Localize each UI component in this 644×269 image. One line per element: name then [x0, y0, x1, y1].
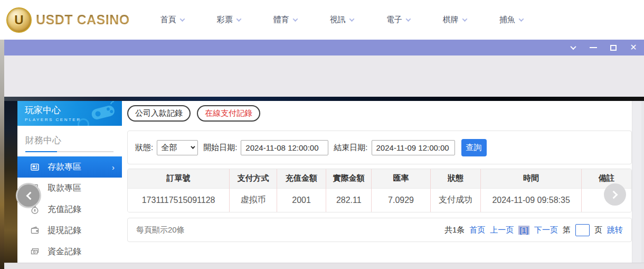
page: U USDT CASINO 首頁 彩票 體育 視訊 電子 [0, 0, 644, 269]
main-menu: 首頁 彩票 體育 視訊 電子 棋牌 [160, 15, 523, 25]
sidebar-item-label: 取款專區 [48, 183, 81, 194]
cell-order-no: 1731117515091128 [128, 188, 230, 212]
column-header-rate: 匯率 [372, 169, 431, 188]
nav-item-slots[interactable]: 電子 [386, 15, 410, 25]
chevron-down-icon [191, 144, 195, 149]
chevron-down-icon [462, 16, 467, 22]
nav-item-label: 棋牌 [443, 15, 459, 25]
nav-item-label: 首頁 [160, 15, 176, 25]
logo-icon: U [6, 7, 32, 33]
nav-item-label: 彩票 [217, 15, 233, 25]
status-select[interactable]: 全部 [157, 140, 198, 155]
link-prev-page[interactable]: 上一页 [490, 225, 514, 235]
nav-item-fishing[interactable]: 捕魚 [499, 15, 523, 25]
scrollbar-area[interactable] [632, 101, 644, 263]
footer-strip [4, 263, 644, 269]
sidebar-item-withdrawal-records[interactable]: 提現記錄 [17, 220, 122, 241]
nav-item-label: 視訊 [330, 15, 346, 25]
nav-item-label: 體育 [273, 15, 289, 25]
close-icon: ✕ [630, 43, 637, 52]
nav-item-label: 電子 [386, 15, 402, 25]
chevron-down-icon [518, 16, 524, 22]
nav-item-label: 捕魚 [499, 15, 515, 25]
sidebar-item-label: 存款專區 [48, 162, 81, 173]
background-photo-strip [4, 101, 17, 263]
minimize-button[interactable] [589, 43, 598, 52]
total-count: 共1条 [444, 225, 465, 235]
sidebar-item-deposit[interactable]: 存款專區 › [17, 156, 122, 178]
chevron-down-icon [405, 16, 411, 22]
logo[interactable]: U USDT CASINO [6, 7, 130, 33]
finance-section-title: 財務中心 [25, 134, 113, 146]
section-underline [25, 151, 113, 152]
jump-label-prefix: 第 [563, 225, 571, 235]
chevron-right-icon: › [112, 163, 115, 172]
status-label: 狀態: [135, 143, 153, 153]
pagination-bar: 每頁顯示20條 共1条 首页 上一页 [1] 下一页 第 页 跳转 [127, 218, 632, 242]
jump-page-input[interactable] [575, 224, 590, 236]
nav-item-chess[interactable]: 棋牌 [443, 15, 467, 25]
nav-item-live-video[interactable]: 視訊 [330, 15, 354, 25]
main-panel: 公司入款記錄 在線支付記錄 狀態: 全部 開始日期: 結束日期: 查詢 [122, 101, 632, 263]
sidebar-menu: 存款專區 › 取款專區 [17, 156, 122, 262]
pager-controls: 共1条 首页 上一页 [1] 下一页 第 页 跳转 [444, 224, 623, 236]
page-size-text: 每頁顯示20條 [136, 225, 185, 235]
tab-company-deposit-records[interactable]: 公司入款記錄 [127, 105, 191, 122]
end-date-input[interactable] [372, 140, 455, 155]
end-date-label: 結束日期: [334, 143, 367, 153]
chevron-down-icon [349, 16, 354, 22]
start-date-label: 開始日期: [203, 143, 237, 153]
sidebar-item-label: 提現記錄 [48, 225, 81, 236]
table-header-row: 訂單號 支付方式 充值金額 實際金額 匯率 狀態 時間 備註 [128, 169, 631, 188]
chevron-right-icon [609, 190, 618, 199]
column-header-pay-method: 支付方式 [230, 169, 277, 188]
chevron-down-icon [236, 16, 241, 22]
cell-time: 2024-11-09 09:58:35 [481, 188, 582, 212]
status-select-value: 全部 [161, 143, 177, 153]
link-first-page[interactable]: 首页 [469, 225, 485, 235]
embedded-window: ✕ 玩家中心 PLAYERS CENTER [4, 40, 644, 269]
bills-icon [30, 247, 40, 256]
column-header-deposit-amount: 充值金額 [277, 169, 326, 188]
cell-rate: 7.0929 [372, 188, 431, 212]
logo-letter: U [14, 13, 23, 27]
deposit-card-icon [30, 162, 40, 172]
record-tabs: 公司入款記錄 在線支付記錄 [127, 105, 632, 122]
cell-status: 支付成功 [430, 188, 480, 212]
players-center-banner: 玩家中心 PLAYERS CENTER [17, 101, 122, 126]
dark-banner-band [4, 97, 644, 101]
sidebar-item-label: 資金記錄 [48, 246, 81, 257]
nav-item-lottery[interactable]: 彩票 [217, 15, 241, 25]
column-header-actual-amount: 實際金額 [326, 169, 372, 188]
tab-online-payment-records[interactable]: 在線支付記錄 [197, 105, 260, 122]
cell-deposit-amount: 2001 [277, 188, 326, 212]
window-titlebar: ✕ [4, 40, 644, 55]
column-header-remark: 備註 [582, 169, 631, 188]
nav-item-sports[interactable]: 體育 [273, 15, 297, 25]
column-header-order-no: 訂單號 [128, 169, 230, 188]
link-jump[interactable]: 跳转 [607, 225, 623, 235]
minimize-icon [590, 47, 597, 48]
sidebar-item-label: 充值記錄 [48, 204, 81, 215]
nav-item-home[interactable]: 首頁 [160, 15, 184, 25]
column-header-time: 時間 [481, 169, 582, 188]
chevron-down-icon [292, 16, 298, 22]
cell-actual-amount: 282.11 [326, 188, 372, 212]
top-nav: U USDT CASINO 首頁 彩票 體育 視訊 電子 [0, 0, 644, 40]
column-header-status: 狀態 [430, 169, 480, 188]
records-table: 訂單號 支付方式 充值金額 實際金額 匯率 狀態 時間 備註 [128, 169, 631, 212]
chevron-down-icon [570, 44, 576, 50]
table-row: 1731117515091128 虚拟币 2001 282.11 7.0929 … [128, 188, 631, 212]
close-button[interactable]: ✕ [629, 43, 638, 52]
search-button[interactable]: 查詢 [461, 139, 487, 156]
cell-pay-method: 虚拟币 [230, 188, 277, 212]
start-date-input[interactable] [241, 140, 328, 155]
carousel-prev-button[interactable] [17, 184, 40, 207]
maximize-button[interactable] [609, 43, 618, 52]
link-next-page[interactable]: 下一页 [534, 225, 558, 235]
sidebar-item-funds-records[interactable]: 資金記錄 [17, 241, 122, 262]
background-photo-edge [0, 40, 4, 269]
window-dropdown-button[interactable] [569, 43, 577, 52]
carousel-next-button[interactable] [604, 183, 626, 206]
sidebar: 玩家中心 PLAYERS CENTER 財務中心 [17, 101, 122, 263]
